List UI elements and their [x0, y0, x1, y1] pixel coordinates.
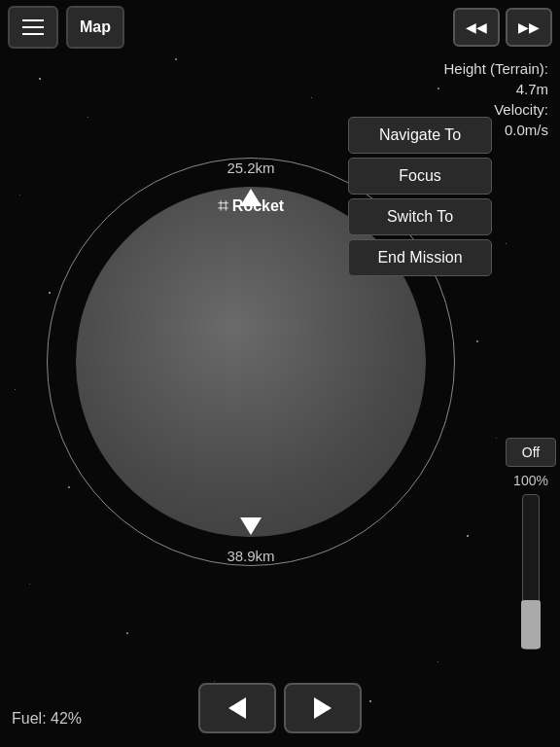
focus-button[interactable]: Focus — [348, 158, 492, 195]
switch-to-button[interactable]: Switch To — [348, 198, 492, 235]
context-menu: Navigate To Focus Switch To End Mission — [348, 117, 492, 276]
off-button[interactable]: Off — [506, 438, 556, 467]
percent-label: 100% — [513, 473, 548, 488]
slider-thumb — [521, 600, 541, 649]
target-bracket-icon: ⌗ — [218, 195, 228, 217]
rocket-marker: ⌗ Rocket — [218, 195, 284, 219]
nav-left-button[interactable] — [198, 683, 276, 733]
nav-buttons: ◀◀ ▶▶ — [453, 8, 552, 47]
forward-button[interactable]: ▶▶ — [506, 8, 552, 47]
south-arrow — [240, 517, 262, 535]
distance-top: 25.2km — [227, 160, 274, 176]
rocket-label: Rocket — [232, 197, 284, 215]
bottom-bar: Fuel: 42% — [0, 669, 560, 747]
distance-bottom: 38.9km — [227, 548, 274, 564]
end-mission-button[interactable]: End Mission — [348, 239, 492, 276]
map-button[interactable]: Map — [66, 6, 124, 49]
rocket-icon-container: ⌗ Rocket — [218, 195, 284, 217]
nav-right-button[interactable] — [284, 683, 362, 733]
left-arrow-icon — [228, 697, 246, 719]
fuel-label: Fuel: 42% — [12, 710, 82, 728]
menu-button[interactable] — [8, 6, 58, 49]
right-panel: Off 100% — [502, 54, 560, 669]
rewind-button[interactable]: ◀◀ — [453, 8, 500, 47]
header: Map ◀◀ ▶▶ — [0, 0, 560, 54]
navigate-to-button[interactable]: Navigate To — [348, 117, 492, 154]
right-arrow-icon — [314, 697, 332, 719]
throttle-slider[interactable] — [522, 494, 540, 650]
